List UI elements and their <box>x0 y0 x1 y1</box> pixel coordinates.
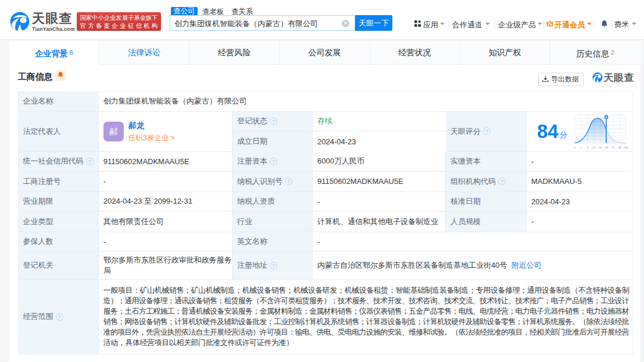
svg-text:0: 0 <box>574 146 575 149</box>
svg-text:85: 85 <box>605 146 608 149</box>
svg-text:5: 5 <box>586 146 588 149</box>
svg-text:100: 100 <box>624 146 628 149</box>
svg-text:50: 50 <box>599 146 602 149</box>
svg-text:1: 1 <box>580 146 582 149</box>
svg-text:97: 97 <box>611 146 614 149</box>
svg-text:99: 99 <box>618 146 621 149</box>
svg-text:15: 15 <box>592 146 595 149</box>
